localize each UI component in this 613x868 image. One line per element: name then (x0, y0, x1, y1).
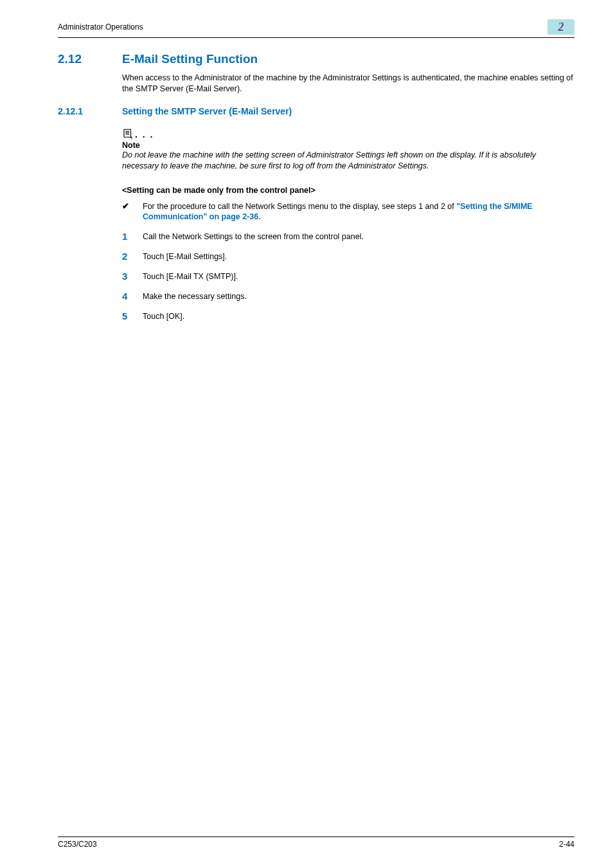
subsection-heading: 2.12.1 Setting the SMTP Server (E-Mail S… (58, 106, 574, 116)
note-dots: . . . (135, 129, 154, 140)
bullet-row: ✔ For the procedure to call the Network … (122, 201, 574, 223)
step-number: 3 (122, 271, 143, 282)
check-icon: ✔ (122, 201, 143, 223)
footer-left: C253/C203 (58, 840, 97, 849)
section-number: 2.12 (58, 52, 104, 66)
step-text: Call the Network Settings to the screen … (143, 231, 574, 242)
note-text: Do not leave the machine with the settin… (122, 150, 574, 172)
chapter-badge: 2 (547, 19, 574, 35)
step-number: 5 (122, 311, 143, 322)
step-number: 1 (122, 231, 143, 242)
step-row: 5 Touch [OK]. (122, 311, 574, 322)
panel-only-subhead: <Setting can be made only from the contr… (122, 186, 574, 195)
section-title: E-Mail Setting Function (122, 52, 258, 66)
note-label: Note (122, 141, 574, 150)
subsection-title: Setting the SMTP Server (E-Mail Server) (122, 106, 292, 116)
step-text: Make the necessary settings. (143, 291, 574, 302)
bullet-suffix: . (258, 212, 260, 221)
note-icon (122, 128, 134, 140)
running-head: Administrator Operations (58, 23, 143, 32)
section-intro: When access to the Administrator of the … (122, 73, 574, 95)
step-text: Touch [E-Mail TX (SMTP)]. (143, 271, 574, 282)
step-number: 2 (122, 251, 143, 262)
step-row: 3 Touch [E-Mail TX (SMTP)]. (122, 271, 574, 282)
footer: C253/C203 2-44 (58, 836, 574, 849)
header-rule (58, 37, 574, 38)
note-block: . . . Note Do not leave the machine with… (122, 128, 574, 172)
step-number: 4 (122, 291, 143, 302)
chapter-number: 2 (558, 21, 564, 34)
step-text: Touch [OK]. (143, 311, 574, 322)
step-row: 4 Make the necessary settings. (122, 291, 574, 302)
subsection-number: 2.12.1 (58, 106, 104, 116)
footer-rule (58, 836, 574, 837)
section-heading: 2.12 E-Mail Setting Function (58, 52, 574, 66)
step-row: 2 Touch [E-Mail Settings]. (122, 251, 574, 262)
step-row: 1 Call the Network Settings to the scree… (122, 231, 574, 242)
footer-right: 2-44 (559, 840, 574, 849)
bullet-text: For the procedure to call the Network Se… (143, 201, 574, 223)
step-text: Touch [E-Mail Settings]. (143, 251, 574, 262)
bullet-prefix: For the procedure to call the Network Se… (143, 202, 456, 211)
